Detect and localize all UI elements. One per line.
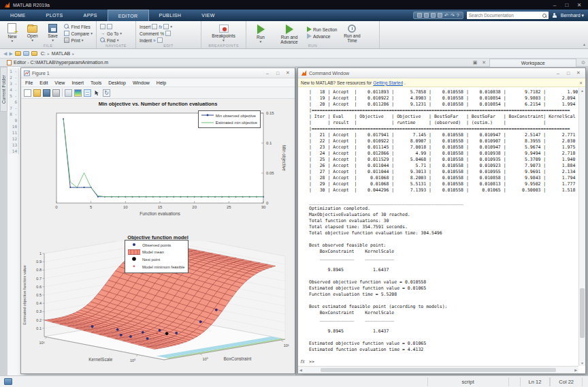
workspace-tab[interactable]: Workspace <box>489 59 576 67</box>
figure-titlebar[interactable]: Figure 1 – □ ✕ <box>21 68 295 78</box>
qat-redo-icon[interactable]: ↷ <box>451 13 455 18</box>
user-menu[interactable]: Bernhard ▾ <box>561 13 584 18</box>
vertical-scrollbar[interactable]: ▲ ▼ <box>578 88 585 366</box>
dock-icon[interactable]: ▣ <box>472 60 478 65</box>
edit-plot-icon[interactable] <box>93 89 101 97</box>
figure-menu-tools[interactable]: Tools <box>91 80 101 85</box>
scroll-up-icon[interactable]: ▲ <box>581 89 584 93</box>
scrollbar-thumb[interactable] <box>321 368 556 372</box>
qat-copy-icon[interactable] <box>431 13 436 18</box>
browse-folder-icon[interactable] <box>15 51 21 56</box>
insert-button[interactable]: Insert fx ▾ <box>140 24 172 29</box>
command-window-titlebar[interactable]: Command Window – □ ✕ <box>298 68 585 78</box>
scrollbar-thumb[interactable] <box>580 288 585 338</box>
objective-model-plot: Objective function model 0.10.20.30.40.5… <box>21 233 295 373</box>
close-icon[interactable]: ✕ <box>574 2 584 8</box>
search-icon[interactable] <box>542 14 546 18</box>
getting-started-link[interactable]: Getting Started <box>373 80 403 85</box>
search-documentation-box[interactable] <box>467 12 549 19</box>
ribbon-collapse-icon[interactable]: ▴ <box>583 42 585 46</box>
maximize-icon[interactable]: □ <box>564 71 572 76</box>
svg-text:*: * <box>156 331 158 337</box>
advance-button[interactable]: Advance <box>307 33 337 39</box>
scroll-right-icon[interactable]: ▶ <box>574 368 577 372</box>
minimize-icon[interactable]: – <box>263 71 272 76</box>
dot-swatch-icon <box>128 242 140 248</box>
ribbon-tab-view[interactable]: VIEW <box>191 10 225 21</box>
minimize-icon[interactable]: – <box>554 71 562 76</box>
go-to-button[interactable]: → Go To ▾ <box>100 31 122 36</box>
go-back-icon[interactable] <box>107 24 112 29</box>
qat-paste-icon[interactable] <box>438 13 442 18</box>
new-figure-icon[interactable] <box>24 89 31 97</box>
find-button[interactable]: Find ▾ <box>100 37 122 43</box>
forward-icon[interactable]: ▶ <box>9 51 12 57</box>
figure-menu-desktop[interactable]: Desktop <box>108 80 126 85</box>
maximize-icon[interactable]: □ <box>274 71 282 76</box>
ribbon-tab-home[interactable]: HOME <box>0 10 36 21</box>
ribbon-section-run: Run ▾ Run and Advance Run Section Advanc… <box>246 21 380 48</box>
ribbon-tab-editor[interactable]: EDITOR <box>108 10 149 21</box>
qat-help-icon[interactable]: ? <box>457 13 459 18</box>
breadcrumb-item[interactable]: C: <box>41 51 46 56</box>
editor-line-number: 7 - <box>9 105 17 111</box>
scroll-left-icon[interactable]: ◀ <box>299 368 302 372</box>
command-prompt[interactable]: >> <box>309 359 314 365</box>
link-plot-icon[interactable] <box>65 89 72 97</box>
open-button[interactable]: Open ▾ <box>24 22 42 42</box>
ribbon-tab-publish[interactable]: PUBLISH <box>149 10 192 21</box>
figure-menu-window[interactable]: Window <box>133 80 150 85</box>
current-folder-tab[interactable]: Current Folder <box>0 67 7 112</box>
status-icon[interactable] <box>4 378 12 385</box>
run-section-button[interactable]: Run Section <box>307 27 337 32</box>
insert-colorbar-icon[interactable] <box>74 89 82 97</box>
save-button[interactable]: Save ▾ <box>44 22 62 42</box>
scroll-down-icon[interactable]: ▼ <box>581 361 584 365</box>
insert-legend-icon[interactable] <box>84 89 91 97</box>
chevron-down-icon: ▾ <box>117 39 119 42</box>
close-icon[interactable]: ✕ <box>480 60 487 65</box>
user-icon[interactable] <box>552 13 557 18</box>
compare-button[interactable]: Compare ▾ <box>64 31 93 36</box>
run-and-advance-button[interactable]: Run and Advance <box>274 22 304 44</box>
figure-menu-help[interactable]: Help <box>157 80 166 85</box>
command-output[interactable]: | 18 | Accept | 0.011893 | 5.7858 | 0.01… <box>298 88 578 366</box>
current-folder-icon[interactable] <box>31 51 37 56</box>
figure-menu-file[interactable]: File <box>25 80 33 85</box>
maximize-icon[interactable]: □ <box>562 2 572 8</box>
ribbon-tab-plots[interactable]: PLOTS <box>36 10 74 21</box>
minimize-icon[interactable]: – <box>550 2 559 8</box>
figure-menu-insert[interactable]: Insert <box>71 80 84 85</box>
workspace-menu-icon[interactable]: ⊙ <box>578 60 588 65</box>
comment-button[interactable]: Comment % <box>140 31 172 36</box>
run-button[interactable]: Run ▾ <box>250 22 272 44</box>
figure-menu-edit[interactable]: Edit <box>39 80 48 85</box>
new-button[interactable]: New ▾ <box>3 22 21 43</box>
figure-menu-view[interactable]: View <box>54 80 65 85</box>
bookmark-icon[interactable] <box>100 24 105 29</box>
print-button[interactable]: Print ▾ <box>64 37 93 43</box>
back-icon[interactable]: ◀ <box>3 51 7 57</box>
qat-undo-icon[interactable]: ↶ <box>444 13 448 18</box>
save-figure-icon[interactable] <box>43 89 50 97</box>
print-figure-icon[interactable] <box>52 89 60 97</box>
breadcrumb-item[interactable]: MATLAB <box>52 51 71 56</box>
indent-button[interactable]: Indent » <box>140 37 172 43</box>
search-input[interactable] <box>469 13 541 18</box>
close-icon[interactable]: ✕ <box>574 70 583 76</box>
breakpoints-button[interactable]: Breakpoints ▾ <box>206 22 242 42</box>
open-file-icon[interactable] <box>33 89 41 97</box>
horizontal-scrollbar[interactable]: ◀ ▶ <box>298 366 578 373</box>
rotate-3d-icon[interactable]: ↻ <box>103 89 110 97</box>
qat-save-icon[interactable] <box>417 13 422 18</box>
banner-close-icon[interactable]: ✕ <box>579 80 583 85</box>
close-icon[interactable]: ✕ <box>284 70 292 76</box>
find-files-button[interactable]: Find Files <box>64 24 93 29</box>
new-folder-icon[interactable] <box>23 51 29 56</box>
plot-legend[interactable]: Observed pointsModel meanNext point*Mode… <box>125 240 189 273</box>
run-and-time-button[interactable]: Run and Time <box>340 22 364 43</box>
plot-legend[interactable]: Min observed objectiveEstimated min obje… <box>198 110 261 128</box>
command-prompt-row[interactable]: fx>> <box>309 359 578 365</box>
qat-cut-icon[interactable] <box>424 13 429 18</box>
ribbon-tab-apps[interactable]: APPS <box>74 10 108 21</box>
